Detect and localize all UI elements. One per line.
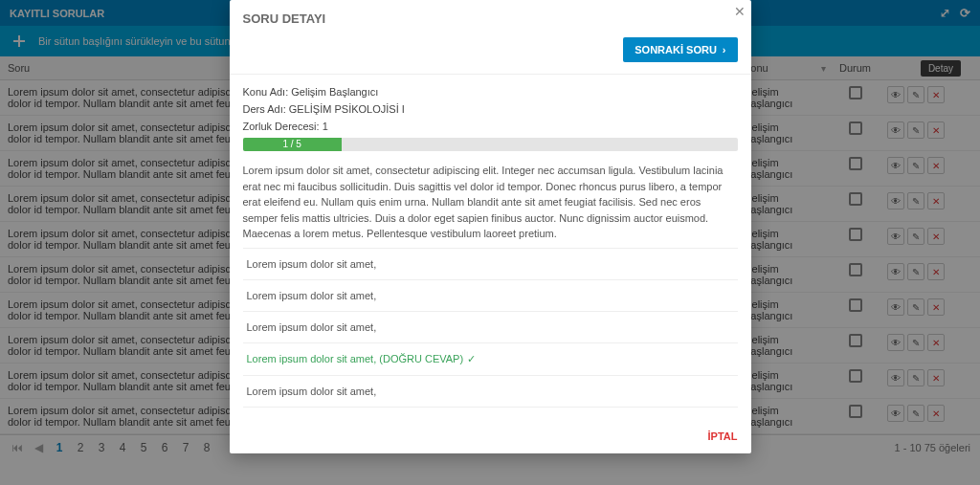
modal-backdrop[interactable]: ✕ SORU DETAYI SONRAKİ SORU › Konu Adı: G… [0, 0, 980, 485]
option[interactable]: Lorem ipsum dolor sit amet, [243, 311, 738, 342]
modal-title: SORU DETAYI [243, 11, 738, 26]
meta-ders: Ders Adı: GELİŞİM PSİKOLOJİSİ I [243, 103, 738, 115]
meta-zorluk: Zorluk Derecesi: 1 [243, 121, 738, 132]
option[interactable]: Lorem ipsum dolor sit amet, [243, 375, 738, 408]
option-correct[interactable]: Lorem ipsum dolor sit amet, (DOĞRU CEVAP… [243, 342, 738, 375]
progress-bar: 1 / 5 [243, 138, 738, 151]
close-icon[interactable]: ✕ [734, 4, 746, 19]
meta-konu: Konu Adı: Gelişim Başlangıcı [243, 86, 738, 98]
next-question-button[interactable]: SONRAKİ SORU › [623, 37, 737, 62]
modal: ✕ SORU DETAYI SONRAKİ SORU › Konu Adı: G… [230, 0, 751, 453]
check-icon: ✓ [467, 353, 476, 364]
cancel-button[interactable]: İPTAL [708, 430, 738, 442]
option[interactable]: Lorem ipsum dolor sit amet, [243, 248, 738, 279]
option[interactable]: Lorem ipsum dolor sit amet, [243, 279, 738, 311]
chevron-right-icon: › [723, 44, 726, 55]
progress-label: 1 / 5 [243, 138, 342, 151]
question-text: Lorem ipsum dolor sit amet, consectetur … [243, 163, 738, 242]
